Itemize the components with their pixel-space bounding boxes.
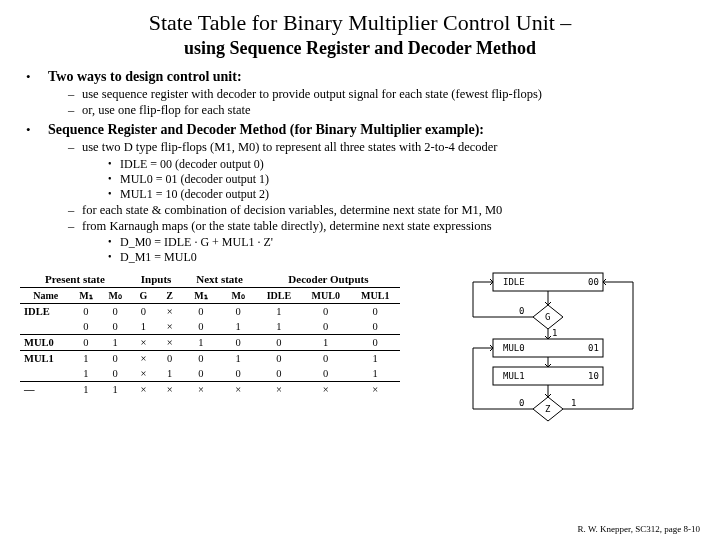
svg-text:00: 00 — [588, 277, 599, 287]
group-header-present: Present state — [20, 271, 130, 288]
svg-text:Z: Z — [545, 404, 551, 414]
section-2: Sequence Register and Decoder Method (fo… — [20, 122, 700, 265]
svg-text:1: 1 — [552, 328, 557, 338]
section-2-item-3: from Karnaugh maps (or the state table d… — [68, 219, 700, 266]
col-header: M₁ — [71, 288, 100, 304]
section-1: Two ways to design control unit: use seq… — [20, 69, 700, 118]
credit-line: R. W. Knepper, SC312, page 8-10 — [578, 524, 700, 534]
table-row: 001×01100 — [20, 319, 400, 335]
section-1-heading: Two ways to design control unit: — [48, 69, 242, 84]
group-header-next: Next state — [182, 271, 257, 288]
decoder-output-item: MUL0 = 01 (decoder output 1) — [108, 172, 700, 187]
state-flowchart: IDLE 00 G 0 1 MUL0 01 MUL1 10 Z 0 1 — [406, 271, 700, 455]
svg-text:01: 01 — [588, 343, 599, 353]
svg-text:MUL0: MUL0 — [503, 343, 525, 353]
col-header: Z — [157, 288, 182, 304]
col-header: M₁ — [182, 288, 219, 304]
group-header-inputs: Inputs — [130, 271, 183, 288]
table-row: —11××××××× — [20, 382, 400, 397]
svg-text:0: 0 — [519, 306, 524, 316]
section-2-heading: Sequence Register and Decoder Method (fo… — [48, 122, 484, 137]
svg-text:0: 0 — [519, 398, 524, 408]
col-header: M₀ — [101, 288, 130, 304]
title-line-1: State Table for Binary Multiplier Contro… — [20, 10, 700, 36]
table-row: MUL110×001001 — [20, 351, 400, 366]
equation-item: D_M0 = IDLE · G + MUL1 · Z' — [108, 235, 700, 250]
section-1-item: or, use one flip-flop for each state — [68, 103, 700, 119]
section-2-item-2: for each state & combination of decision… — [68, 203, 700, 219]
col-header: G — [130, 288, 157, 304]
svg-text:G: G — [545, 312, 550, 322]
table-row: 10×100001 — [20, 366, 400, 382]
group-header-decoder: Decoder Outputs — [257, 271, 400, 288]
title-line-2: using Sequence Register and Decoder Meth… — [20, 38, 700, 59]
col-header: M₀ — [220, 288, 257, 304]
state-table: Present state Inputs Next state Decoder … — [20, 271, 400, 455]
col-header: MUL1 — [350, 288, 400, 304]
col-header: IDLE — [257, 288, 301, 304]
decoder-output-item: MUL1 = 10 (decoder output 2) — [108, 187, 700, 202]
section-1-item: use sequence register with decoder to pr… — [68, 87, 700, 103]
decoder-output-item: IDLE = 00 (decoder output 0) — [108, 157, 700, 172]
col-header: Name — [20, 288, 71, 304]
svg-text:10: 10 — [588, 371, 599, 381]
svg-text:IDLE: IDLE — [503, 277, 525, 287]
table-row: MUL001××10010 — [20, 335, 400, 351]
col-header: MUL0 — [301, 288, 350, 304]
equation-item: D_M1 = MUL0 — [108, 250, 700, 265]
section-2-item-1: use two D type flip-flops (M1, M0) to re… — [68, 140, 700, 202]
svg-text:MUL1: MUL1 — [503, 371, 525, 381]
table-row: IDLE000×00100 — [20, 304, 400, 320]
svg-text:1: 1 — [571, 398, 576, 408]
